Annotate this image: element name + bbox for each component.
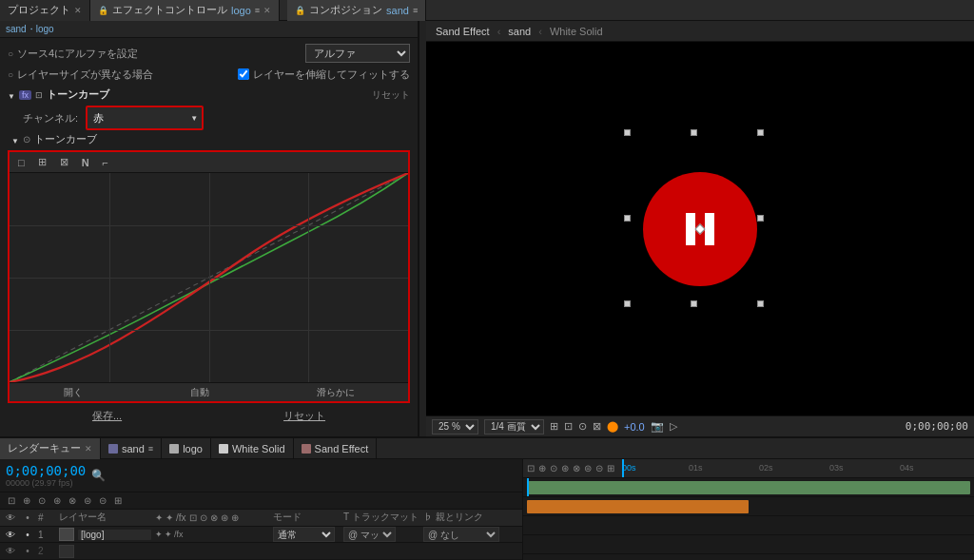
- tone-curve-expand[interactable]: [11, 134, 19, 145]
- quality-select[interactable]: 1/4 画質: [484, 419, 544, 434]
- mode-select[interactable]: 通常: [273, 527, 335, 542]
- ruler-icon-2[interactable]: ⊕: [538, 463, 546, 473]
- tab-effect-controls[interactable]: 🔒 エフェクトコントロール logo ≡ ✕: [90, 0, 280, 21]
- tone-curve-container[interactable]: □ ⊞ ⊠ N ⌐: [8, 150, 410, 403]
- tab-comp-name: sand: [386, 5, 409, 16]
- curve-bottom-bar: 開く 自動 滑らかに: [10, 382, 408, 401]
- ctrl-icon-1[interactable]: ⊡: [6, 494, 17, 507]
- panel-icon-comp: 🔒: [295, 6, 305, 15]
- channel-select-wrapper: 赤 ▼: [86, 106, 204, 130]
- curve-canvas-area[interactable]: [10, 173, 408, 382]
- tab-sand[interactable]: sand ≡: [101, 438, 162, 459]
- layer2-dot[interactable]: •: [21, 546, 34, 556]
- photo-icon[interactable]: 📷: [651, 420, 664, 433]
- ruler-icon-3[interactable]: ⊙: [550, 463, 557, 473]
- alpha-dropdown[interactable]: アルファ: [305, 44, 410, 63]
- layer-eye[interactable]: 👁: [4, 530, 17, 540]
- ctrl-icon-7[interactable]: ⊝: [97, 494, 108, 507]
- panel-menu-icon[interactable]: ≡: [255, 6, 260, 15]
- layer-name: [logo]: [78, 530, 151, 540]
- ctrl-icon-6[interactable]: ⊜: [82, 494, 93, 507]
- fx-expand-icon[interactable]: [8, 89, 15, 101]
- timeline-controls: ⊡ ⊕ ⊙ ⊛ ⊗ ⊜ ⊝ ⊞: [0, 492, 522, 510]
- curve-smooth-btn[interactable]: 滑らかに: [317, 386, 355, 399]
- switch-fx[interactable]: /fx: [174, 530, 184, 539]
- top-bar: プロジェクト ✕ 🔒 エフェクトコントロール logo ≡ ✕ 🔒 コンポジショ…: [0, 0, 974, 21]
- grid-icon[interactable]: ⊞: [550, 420, 558, 433]
- layer2-eye[interactable]: 👁: [4, 546, 17, 556]
- channel-select[interactable]: 赤: [88, 107, 202, 128]
- camera-icon[interactable]: ⊙: [578, 420, 587, 433]
- ruler-icons: ⊡ ⊕ ⊙ ⊛ ⊗ ⊜ ⊝ ⊞: [527, 463, 614, 473]
- comp-tab-sand[interactable]: sand: [504, 24, 535, 39]
- ctrl-icon-8[interactable]: ⊞: [112, 494, 124, 507]
- ruler-icon-1[interactable]: ⊡: [527, 463, 535, 473]
- tool-square[interactable]: □: [15, 156, 28, 169]
- tool-cross[interactable]: ⊠: [57, 155, 71, 169]
- mode-header: モード: [273, 511, 340, 524]
- layer-track: @ マットなし: [343, 527, 419, 542]
- fx-section: fx ⊡ トーンカーブ リセット チャンネル: 赤 ▼: [0, 84, 418, 431]
- tool-angle[interactable]: ⌐: [100, 156, 111, 169]
- track-select[interactable]: @ マットなし: [343, 527, 396, 542]
- ruler-icon-7[interactable]: ⊝: [595, 463, 603, 473]
- curve-auto-btn[interactable]: 自動: [190, 386, 209, 399]
- ctrl-icon-5[interactable]: ⊗: [67, 494, 78, 507]
- comp-tab-white-solid[interactable]: White Solid: [546, 24, 607, 39]
- tone-curve-sub-text: トーンカーブ: [34, 132, 97, 146]
- screen-icon[interactable]: ⊠: [593, 420, 601, 433]
- scrollbar-left[interactable]: [419, 21, 426, 436]
- tab-render-queue[interactable]: レンダーキュー ✕: [0, 438, 101, 459]
- search-icon[interactable]: 🔍: [91, 469, 106, 482]
- grid-v-1: [109, 173, 110, 382]
- layer-thumb: [59, 528, 74, 541]
- ctrl-icon-3[interactable]: ⊙: [36, 494, 48, 507]
- ctrl-icon-4[interactable]: ⊛: [51, 494, 63, 507]
- mask-icon[interactable]: ⊡: [564, 420, 573, 433]
- curve-open-btn[interactable]: 開く: [64, 386, 83, 399]
- layer-fit-check[interactable]: レイヤーを伸縮してフィットする: [238, 68, 410, 82]
- render-queue-close[interactable]: ✕: [85, 444, 92, 454]
- color-icon[interactable]: ⬤: [607, 420, 618, 433]
- tool-grid[interactable]: ⊞: [35, 155, 49, 169]
- tab-white-solid[interactable]: White Solid: [211, 438, 294, 459]
- zoom-select[interactable]: 25 %: [432, 419, 478, 434]
- plus-icon[interactable]: +0.0: [624, 421, 645, 433]
- fx-badge: fx: [19, 90, 31, 100]
- ruler-area: 00s 01s 02s 03s 04s: [618, 459, 970, 478]
- panel-comp-menu[interactable]: ≡: [413, 6, 418, 15]
- tab-effect-close[interactable]: ✕: [263, 6, 271, 15]
- ruler-icon-8[interactable]: ⊞: [607, 463, 614, 473]
- breadcrumb: sand・logo: [0, 21, 418, 38]
- comp-tab-sand-effect[interactable]: Sand Effect: [432, 24, 494, 39]
- track-row-4: [523, 535, 974, 554]
- layer-size-label: レイヤーサイズが異なる場合: [17, 68, 153, 82]
- layer-dot[interactable]: •: [21, 530, 34, 540]
- film-icon[interactable]: ▷: [670, 420, 677, 433]
- comp-tab-sep2: ‹: [538, 26, 542, 37]
- reset-button[interactable]: リセット: [283, 409, 325, 423]
- ruler-icon-5[interactable]: ⊗: [573, 463, 580, 473]
- tab-project-label: プロジェクト: [8, 3, 70, 17]
- curve-toolbar: □ ⊞ ⊠ N ⌐: [10, 152, 408, 173]
- white-solid-tab-label: White Solid: [232, 443, 285, 454]
- ruler-icon-6[interactable]: ⊜: [584, 463, 592, 473]
- tab-sand-effect[interactable]: Sand Effect: [294, 438, 378, 459]
- tab-composition[interactable]: 🔒 コンポジション sand ≡: [287, 0, 426, 21]
- table-row[interactable]: 👁 • 1 [logo] ✦ ✦ /fx 通常 @ マットなし: [0, 527, 522, 544]
- save-button[interactable]: 保存...: [92, 409, 122, 423]
- parent-header: ♭ 親とリンク: [423, 511, 518, 524]
- sand-menu[interactable]: ≡: [148, 444, 153, 454]
- tab-project[interactable]: プロジェクト ✕: [0, 0, 90, 21]
- fx-reset-icon[interactable]: リセット: [372, 88, 410, 102]
- layer-fit-checkbox[interactable]: [238, 68, 249, 80]
- parent-select[interactable]: @ なし: [423, 527, 499, 542]
- ctrl-icon-2[interactable]: ⊕: [21, 494, 32, 507]
- table-row-2[interactable]: 👁 • 2: [0, 543, 522, 560]
- tab-logo[interactable]: logo: [162, 438, 211, 459]
- tool-n[interactable]: N: [79, 156, 92, 169]
- switch-1[interactable]: ✦: [155, 530, 163, 539]
- switch-2[interactable]: ✦: [165, 530, 172, 539]
- ruler-icon-4[interactable]: ⊛: [561, 463, 569, 473]
- tab-project-close[interactable]: ✕: [74, 6, 82, 15]
